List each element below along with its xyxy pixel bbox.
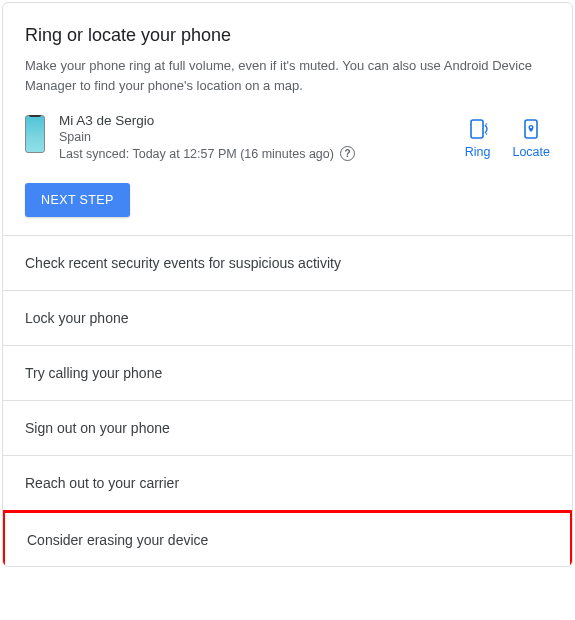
device-sync: Last synced: Today at 12:57 PM (16 minut… [59,146,465,161]
help-icon[interactable]: ? [340,146,355,161]
security-card: Ring or locate your phone Make your phon… [2,2,573,567]
device-actions: Ring Locate [465,117,550,159]
option-lock-phone[interactable]: Lock your phone [3,291,572,346]
page-title: Ring or locate your phone [25,25,550,46]
ring-label: Ring [465,145,491,159]
locate-label: Locate [512,145,550,159]
page-description: Make your phone ring at full volume, eve… [25,56,550,95]
option-security-events[interactable]: Check recent security events for suspici… [3,236,572,291]
ring-icon [466,117,490,141]
options-list: Check recent security events for suspici… [3,235,572,567]
option-reach-carrier[interactable]: Reach out to your carrier [3,456,572,511]
svg-point-2 [485,133,487,135]
device-info: Mi A3 de Sergio Spain Last synced: Today… [59,113,465,161]
ring-locate-section: Ring or locate your phone Make your phon… [3,3,572,235]
device-location: Spain [59,130,465,144]
option-sign-out[interactable]: Sign out on your phone [3,401,572,456]
locate-icon [519,117,543,141]
svg-rect-0 [471,120,483,138]
ring-button[interactable]: Ring [465,117,491,159]
device-sync-text: Last synced: Today at 12:57 PM (16 minut… [59,147,334,161]
device-name: Mi A3 de Sergio [59,113,465,128]
locate-button[interactable]: Locate [512,117,550,159]
svg-point-4 [530,126,532,128]
option-erase-device[interactable]: Consider erasing your device [2,510,573,567]
option-call-phone[interactable]: Try calling your phone [3,346,572,401]
next-step-button[interactable]: NEXT STEP [25,183,130,217]
phone-device-icon [25,115,45,153]
svg-point-1 [485,123,487,125]
device-row: Mi A3 de Sergio Spain Last synced: Today… [25,113,550,161]
